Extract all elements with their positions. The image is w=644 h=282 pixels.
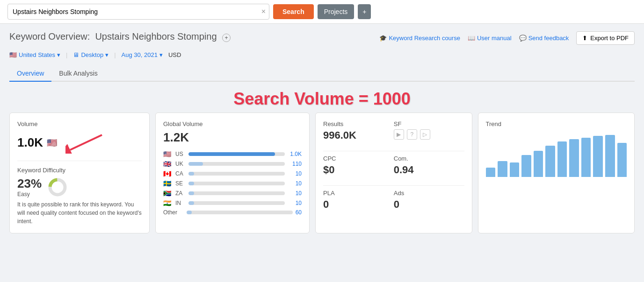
projects-add-button[interactable]: + xyxy=(358,4,371,19)
sf-question-icon: ? xyxy=(407,129,417,140)
country-row: 🇨🇦 CA 10 xyxy=(163,170,302,177)
country-bar-fill xyxy=(188,182,194,185)
trend-bar xyxy=(617,143,627,177)
results-cell: Results 996.0K xyxy=(323,120,394,147)
country-flag: 🇸🇪 xyxy=(163,180,173,187)
search-button[interactable]: Search xyxy=(273,4,314,19)
trend-bar xyxy=(486,168,496,177)
results-value: 996.0K xyxy=(323,129,390,141)
results-sf-grid: Results 996.0K SF ▶ ? ▷ CPC $0 xyxy=(323,120,464,216)
trend-bar xyxy=(510,162,520,177)
country-val: 110 xyxy=(288,161,302,167)
country-bar-bg xyxy=(188,162,285,166)
currency-label: USD xyxy=(168,51,181,58)
trend-bar xyxy=(593,136,603,177)
add-keyword-icon[interactable]: + xyxy=(222,34,231,42)
trend-bar xyxy=(521,155,531,177)
country-bar-bg xyxy=(188,182,285,185)
country-bar-bg xyxy=(188,201,285,205)
device-filter[interactable]: 🖥 Desktop ▾ xyxy=(73,49,109,60)
page-title: Keyword Overview: Upstairs Neighbors Sto… xyxy=(9,31,231,42)
country-val: 10 xyxy=(288,180,302,187)
country-flag: 🇮🇳 xyxy=(163,199,173,207)
volume-flag: 🇺🇸 xyxy=(47,138,57,148)
country-bar-fill xyxy=(188,201,194,205)
ads-cell: Ads 0 xyxy=(394,190,464,216)
country-code: ZA xyxy=(175,190,186,197)
send-feedback-link[interactable]: 💬 Send feedback xyxy=(519,35,569,42)
country-bar-fill xyxy=(188,191,194,195)
projects-label: Projects xyxy=(324,8,348,15)
trend-bar xyxy=(498,161,507,177)
country-val: 10 xyxy=(288,170,302,177)
country-code: IN xyxy=(175,200,186,206)
page-title-keyword: Upstairs Neighbors Stomping xyxy=(95,31,217,42)
kd-description: It is quite possible to rank for this ke… xyxy=(17,200,142,226)
us-flag: 🇺🇸 xyxy=(9,51,17,58)
kd-percent: 23% xyxy=(17,176,42,191)
date-filter[interactable]: Aug 30, 2021 ▾ xyxy=(122,49,163,60)
tabs: Overview Bulk Analysis xyxy=(9,66,635,82)
book-icon: 📖 xyxy=(468,35,475,42)
country-flag: 🇿🇦 xyxy=(163,190,173,197)
volume-label: Volume xyxy=(17,120,142,127)
com-label: Com. xyxy=(394,155,461,162)
export-icon: ⬆ xyxy=(582,35,587,42)
projects-button[interactable]: Projects xyxy=(318,4,355,19)
kd-row: 23% Easy xyxy=(17,176,142,197)
other-bar-fill xyxy=(187,211,192,214)
tab-bulk-analysis[interactable]: Bulk Analysis xyxy=(51,66,105,82)
graduation-icon: 🎓 xyxy=(379,35,387,42)
country-filter[interactable]: 🇺🇸 United States ▾ xyxy=(9,49,60,60)
trend-bar xyxy=(581,138,591,177)
country-code: UK xyxy=(175,161,186,167)
global-volume-card: Global Volume 1.2K 🇺🇸 US 1.0K 🇬🇧 UK 110 … xyxy=(155,113,310,233)
cards-row: Volume 1.0K 🇺🇸 xyxy=(9,113,635,233)
volume-divider xyxy=(17,161,142,161)
results-divider xyxy=(323,151,464,151)
volume-value: 1.0K xyxy=(17,135,43,150)
page-title-area: Keyword Overview: Upstairs Neighbors Sto… xyxy=(9,31,231,42)
trend-bar xyxy=(557,141,567,177)
country-code: US xyxy=(175,151,186,157)
user-manual-link[interactable]: 📖 User manual xyxy=(468,35,512,42)
page-title-prefix: Keyword Overview: xyxy=(9,31,90,42)
sf-play-icon: ▷ xyxy=(420,129,430,140)
ads-label: Ads xyxy=(394,190,461,197)
cpc-cell: CPC $0 xyxy=(323,155,394,182)
results-label: Results xyxy=(323,120,390,127)
export-button[interactable]: ⬆ Export to PDF xyxy=(576,31,635,45)
search-input[interactable]: Upstairs Neighbors Stomping xyxy=(7,4,269,20)
cpc-divider xyxy=(323,185,464,186)
trend-bar xyxy=(569,139,579,177)
country-bar-bg xyxy=(188,191,285,195)
trend-bar xyxy=(545,146,555,177)
pla-value: 0 xyxy=(323,198,390,211)
country-bar-fill xyxy=(188,172,194,176)
arrow-container xyxy=(65,130,103,155)
chat-icon: 💬 xyxy=(519,35,527,42)
country-bar-fill xyxy=(188,162,203,166)
country-list: 🇺🇸 US 1.0K 🇬🇧 UK 110 🇨🇦 CA 10 🇸🇪 SE 10 🇿… xyxy=(163,150,302,207)
tab-overview[interactable]: Overview xyxy=(9,66,51,82)
main-content: Keyword Overview: Upstairs Neighbors Sto… xyxy=(0,24,644,241)
kd-percent-area: 23% Easy xyxy=(17,176,42,197)
search-volume-annotation: Search Volume = 1000 xyxy=(9,89,635,109)
other-row: Other 60 xyxy=(163,209,302,216)
sf-icons: ▶ ? ▷ xyxy=(394,129,461,140)
keyword-course-link[interactable]: 🎓 Keyword Research course xyxy=(379,35,460,42)
pla-label: PLA xyxy=(323,190,390,197)
country-val: 10 xyxy=(288,200,302,206)
country-row: 🇸🇪 SE 10 xyxy=(163,180,302,187)
filters-row: 🇺🇸 United States ▾ | 🖥 Desktop ▾ | Aug 3… xyxy=(9,49,635,60)
global-value: 1.2K xyxy=(163,130,302,145)
clear-button[interactable]: × xyxy=(261,7,266,16)
country-row: 🇮🇳 IN 10 xyxy=(163,199,302,207)
country-row: 🇿🇦 ZA 10 xyxy=(163,190,302,197)
country-code: CA xyxy=(175,170,186,177)
ads-value: 0 xyxy=(394,198,461,211)
trend-chart xyxy=(486,130,627,177)
country-code: SE xyxy=(175,180,186,187)
desktop-icon: 🖥 xyxy=(73,51,79,58)
global-label: Global Volume xyxy=(163,120,302,127)
